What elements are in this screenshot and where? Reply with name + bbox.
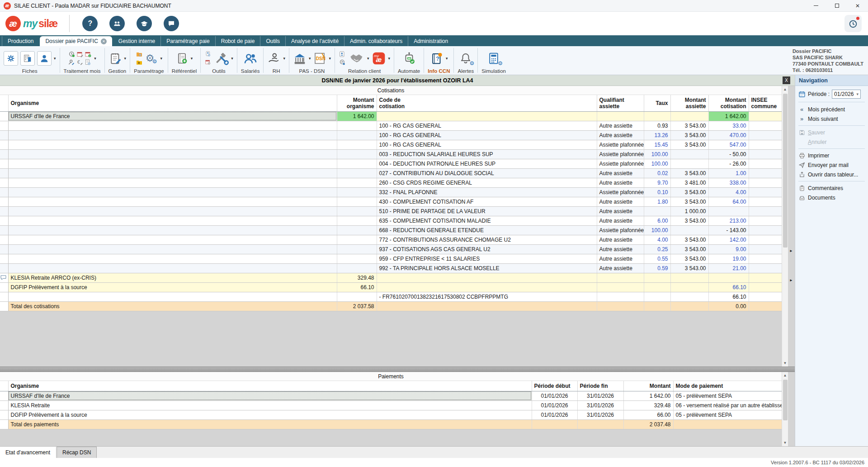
row-marker-icon[interactable]: ► <box>789 249 793 253</box>
notepad-icon[interactable] <box>108 52 122 65</box>
table-row[interactable]: 004 - DEDUCTION PATRONALE HEURES SUP Ass… <box>0 159 782 168</box>
notifications-icon[interactable] <box>844 15 862 32</box>
establishment-icon[interactable] <box>20 51 35 66</box>
save-button[interactable]: Sauver <box>798 128 865 137</box>
menu-tab[interactable]: Admin. collaborateurs ✕ <box>344 36 408 46</box>
chevron-down-icon[interactable]: ▾ <box>283 56 285 61</box>
paiements-vertical-scrollbar[interactable]: ▲ ▼ <box>782 372 788 446</box>
book-add-icon[interactable] <box>176 52 189 65</box>
table-row[interactable]: 992 - TA PRINCIPALE HORS ALSACE MOSELLE … <box>0 263 782 273</box>
dsn-document-icon[interactable]: DSN <box>313 52 326 65</box>
col-organisme[interactable]: Organisme <box>8 381 532 391</box>
chevron-down-icon[interactable]: ▾ <box>94 56 96 61</box>
scrollbar-thumb[interactable] <box>783 94 788 248</box>
table-row[interactable]: 937 - COTISATIONS AGS CAS GENERAL U2 Aut… <box>0 244 782 254</box>
cotisations-vertical-scrollbar[interactable]: ▲ ▼ <box>782 86 788 367</box>
chevron-down-icon[interactable]: ▾ <box>191 56 193 61</box>
close-window-button[interactable]: ✕ <box>847 0 868 11</box>
col-mode-paiement[interactable]: Mode de paiement <box>673 381 782 391</box>
menu-tab[interactable]: Production ✕ <box>2 36 39 46</box>
tools-icon[interactable] <box>214 51 229 66</box>
clock-check-icon[interactable] <box>68 51 75 58</box>
table-row[interactable]: DGFIP Prélèvement à la source 66.10 66.1… <box>0 282 782 292</box>
open-spreadsheet-button[interactable]: Ouvrir dans tableur... <box>798 170 865 179</box>
scroll-up-arrow[interactable]: ▲ <box>782 372 788 379</box>
col-insee-commune[interactable]: INSEE commune <box>749 95 782 111</box>
close-tab-icon[interactable]: ✕ <box>101 38 107 44</box>
table-row[interactable]: 100 - RG CAS GENERAL Autre assiette 0.93… <box>0 121 782 130</box>
table-row[interactable]: 430 - COMPLEMENT COTISATION AF Autre ass… <box>0 197 782 206</box>
menu-tab[interactable]: Gestion interne ✕ <box>113 36 160 46</box>
section-splitter[interactable] <box>0 367 795 372</box>
bottom-tab[interactable]: Etat d'avancement <box>0 447 56 458</box>
cancel-button[interactable]: Annuler <box>798 137 865 147</box>
person-edit-icon[interactable] <box>68 59 75 66</box>
community-icon[interactable] <box>109 16 125 31</box>
table-row[interactable]: 668 - REDUCTION GENERALE ETENDUE Assiett… <box>0 225 782 235</box>
previous-month-button[interactable]: « Mois précédent <box>798 105 865 114</box>
scrollbar-thumb[interactable] <box>783 380 788 420</box>
contact-card-icon[interactable] <box>339 51 346 58</box>
chevron-down-icon[interactable]: ▾ <box>446 56 448 61</box>
send-mail-button[interactable]: Envoyer par mail <box>798 160 865 170</box>
col-montant-assiette[interactable]: Montant assiette <box>670 95 708 111</box>
table-row[interactable]: URSSAF d'Ile de France 1 642.00 1 642.00 <box>0 111 782 121</box>
badge-eye-icon[interactable] <box>205 51 212 57</box>
table-row[interactable]: KLESIA Retraite 01/01/2026 31/01/2026 32… <box>0 400 782 410</box>
help-icon[interactable]: ? <box>82 16 98 31</box>
folder-excel-icon[interactable]: x <box>136 59 143 66</box>
bank-icon[interactable] <box>293 52 307 65</box>
employees-icon[interactable] <box>243 51 258 66</box>
bell-icon[interactable]: ⚙ <box>459 52 472 65</box>
col-periode-debut[interactable]: Période début <box>532 381 577 391</box>
robot-icon[interactable] <box>402 52 416 65</box>
bottom-tab[interactable]: Récap DSN <box>57 447 97 458</box>
menu-tab[interactable]: Robot de paie ✕ <box>215 36 260 46</box>
hr-icon[interactable] <box>267 52 281 65</box>
next-month-button[interactable]: » Mois suivant <box>798 114 865 124</box>
menu-tab[interactable]: Paramétrage paie ✕ <box>160 36 215 46</box>
col-organisme[interactable]: Organisme <box>8 95 337 111</box>
chevron-down-icon[interactable]: ▾ <box>367 56 369 61</box>
col-code-cotisation[interactable]: Code de cotisation <box>377 95 597 111</box>
col-montant-organisme[interactable]: Montant organisme <box>337 95 377 111</box>
menu-tab[interactable]: Administration ✕ <box>408 36 453 46</box>
chevron-down-icon[interactable]: ▾ <box>124 56 127 61</box>
table-row[interactable]: URSSAF d'Ile de France 01/01/2026 31/01/… <box>0 391 782 400</box>
menu-tab[interactable]: Analyse de l'activité ✕ <box>285 36 344 46</box>
documents-button[interactable]: Documents <box>798 193 865 202</box>
chevron-down-icon[interactable]: ▾ <box>309 56 311 61</box>
chevron-down-icon[interactable]: ▾ <box>160 56 163 61</box>
info-ccn-book-icon[interactable]: ? <box>430 52 443 65</box>
periode-select[interactable]: 01/2026 ▾ <box>832 90 861 99</box>
calendar-eye-icon[interactable] <box>205 59 212 66</box>
scroll-up-arrow[interactable]: ▲ <box>782 86 788 93</box>
minimize-button[interactable] <box>806 0 826 11</box>
folder-eye-icon[interactable] <box>136 51 143 58</box>
scroll-down-arrow[interactable]: ▼ <box>782 360 788 367</box>
table-row[interactable]: 959 - CFP ENTREPRISE < 11 SALARIES Autre… <box>0 254 782 263</box>
training-icon[interactable] <box>137 16 152 31</box>
maximize-button[interactable] <box>826 0 847 11</box>
menu-tab[interactable]: Outils ✕ <box>260 36 285 46</box>
table-row[interactable]: - FR7610207001382321617530802 CCBPFRPPMT… <box>0 292 782 301</box>
table-row[interactable]: 260 - CSG CRDS REGIME GENERAL Autre assi… <box>0 178 782 187</box>
table-row[interactable]: 100 - RG CAS GENERAL Assiette plafonnée … <box>0 140 782 149</box>
table-row[interactable]: Total des cotisations 2 037.58 0.00 <box>0 301 782 311</box>
settings-gear-icon[interactable]: ⚙⚙ <box>146 53 155 63</box>
col-montant[interactable]: Montant <box>623 381 673 391</box>
calendar-check-icon[interactable] <box>85 51 92 58</box>
employee-icon[interactable] <box>37 51 52 66</box>
comments-button[interactable]: Commentaires <box>798 183 865 193</box>
calculator-icon[interactable]: ⚙ <box>487 52 500 65</box>
table-row[interactable]: 100 - RG CAS GENERAL Autre assiette 13.2… <box>0 130 782 140</box>
chat-icon[interactable] <box>164 16 179 31</box>
chevron-down-icon[interactable]: ▾ <box>231 56 233 61</box>
menu-tab[interactable]: Dossier paie PACIFIC ✕ <box>40 36 112 46</box>
table-row[interactable]: 332 - FNAL PLAFONNE Assiette plafonnée 0… <box>0 187 782 197</box>
table-row[interactable]: DGFIP Prélèvement à la source 01/01/2026… <box>0 410 782 419</box>
row-marker-icon[interactable]: ► <box>789 278 793 282</box>
print-button[interactable]: Imprimer <box>798 151 865 160</box>
table-row[interactable]: Total des paiements 2 037.48 <box>0 419 782 429</box>
close-button[interactable]: X <box>783 76 790 84</box>
